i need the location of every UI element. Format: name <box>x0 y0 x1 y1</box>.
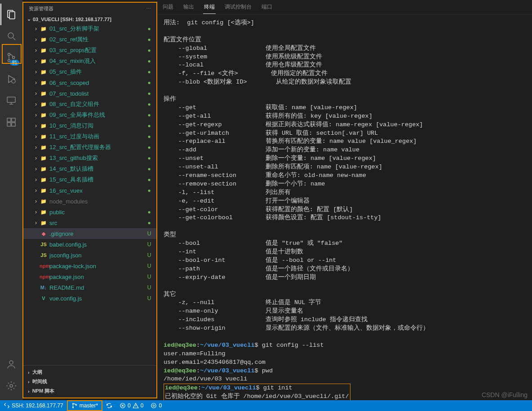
folder-item[interactable]: ›📁13_src_github搜索● <box>23 153 156 164</box>
item-label: src <box>49 220 146 226</box>
status-bar: SSH: 192.168.177.77 master* 0 0 0 <box>0 400 532 411</box>
item-label: 14_src_默认插槽 <box>49 165 146 173</box>
source-control-icon[interactable]: 81 <box>0 47 22 68</box>
item-label: public <box>49 209 146 216</box>
folder-item[interactable]: ›📁08_src_自定义组件● <box>23 99 156 110</box>
tab-debug-console[interactable]: 调试控制台 <box>224 0 253 13</box>
explorer-sidebar: 资源管理器 ⋯ ⌄ 03_VUECLI [SSH: 192.168.177.77… <box>22 2 157 398</box>
file-type-icon: 📁 <box>40 91 48 97</box>
sidebar-header: 资源管理器 ⋯ <box>23 3 156 15</box>
chevron-right-icon: › <box>32 166 40 172</box>
item-label: 11_src_过度与动画 <box>49 133 146 141</box>
folder-item[interactable]: ›📁04_src_mixin混入● <box>23 56 156 66</box>
status-sync[interactable] <box>102 400 116 411</box>
chevron-down-icon: ⌄ <box>27 16 31 22</box>
item-label: 02_src_ref属性 <box>49 35 146 44</box>
svg-point-4 <box>8 53 10 56</box>
folder-item[interactable]: ›📁15_src_具名插槽● <box>23 174 156 185</box>
chevron-right-icon: › <box>32 133 40 140</box>
folder-item[interactable]: ›📁03_src_props配置● <box>23 45 156 56</box>
folder-item[interactable]: ›📁07_src_todolist● <box>23 88 156 99</box>
search-icon[interactable] <box>0 25 22 47</box>
item-label: node_modules <box>49 198 146 205</box>
folder-item[interactable]: ›📁06_src_scoped● <box>23 77 156 88</box>
section-npm[interactable]: ›NPM 脚本 <box>23 386 156 396</box>
file-item[interactable]: M↓README.mdU <box>23 282 156 293</box>
explorer-icon[interactable] <box>0 4 22 25</box>
item-label: jsconfig.json <box>49 252 146 259</box>
folder-item[interactable]: ›📁10_src_消息订阅● <box>23 120 156 131</box>
item-label: 07_src_todolist <box>49 90 146 97</box>
terminal[interactable]: 用法: git config [<选项>] 配置文件位置 --global 使用… <box>157 14 532 400</box>
chevron-right-icon: › <box>32 26 40 32</box>
extensions-icon[interactable] <box>0 111 22 133</box>
remote-explorer-icon[interactable] <box>0 90 22 111</box>
file-type-icon: 📁 <box>40 220 48 226</box>
folder-item[interactable]: ›📁12_src_配置代理服务器● <box>23 142 156 153</box>
chevron-right-icon: › <box>32 123 40 129</box>
settings-gear-icon[interactable] <box>0 375 22 397</box>
svg-point-26 <box>151 403 156 408</box>
chevron-right-icon: › <box>32 155 40 161</box>
tab-ports[interactable]: 端口 <box>261 0 273 13</box>
chevron-right-icon: › <box>32 220 40 226</box>
item-label: 10_src_消息订阅 <box>49 122 146 130</box>
file-item[interactable]: npmpackage.jsonU <box>23 271 156 282</box>
file-tree: ›📁01_src_分析脚手架●›📁02_src_ref属性●›📁03_src_p… <box>23 23 156 365</box>
folder-item[interactable]: ›📁01_src_分析脚手架● <box>23 23 156 34</box>
project-root[interactable]: ⌄ 03_VUECLI [SSH: 192.168.177.77] <box>23 15 156 23</box>
item-label: babel.config.js <box>49 241 146 248</box>
file-item[interactable]: npmpackage-lock.jsonU <box>23 261 156 271</box>
folder-item[interactable]: ›📁14_src_默认插槽● <box>23 164 156 174</box>
chevron-right-icon: › <box>32 177 40 183</box>
folder-item[interactable]: ›📁02_src_ref属性● <box>23 34 156 45</box>
file-item[interactable]: JSbabel.config.jsU <box>23 239 156 250</box>
project-name: 03_VUECLI [SSH: 192.168.177.77] <box>33 17 111 22</box>
svg-point-18 <box>72 403 73 404</box>
file-item[interactable]: Vvue.config.jsU <box>23 293 156 304</box>
chevron-right-icon: › <box>32 80 40 86</box>
item-label: 12_src_配置代理服务器 <box>49 143 146 151</box>
folder-item[interactable]: ›📁src● <box>23 217 156 228</box>
file-type-icon: 📁 <box>40 145 48 150</box>
status-remote[interactable]: SSH: 192.168.177.77 <box>0 400 67 411</box>
file-type-icon: 📁 <box>40 166 48 172</box>
svg-point-6 <box>13 57 15 59</box>
file-item[interactable]: ◆.gitignoreU <box>23 228 156 239</box>
file-type-icon: 📁 <box>40 58 48 64</box>
folder-item[interactable]: ›📁05_src_插件● <box>23 66 156 77</box>
sidebar-more-icon[interactable]: ⋯ <box>146 6 151 12</box>
svg-point-25 <box>153 405 155 407</box>
tab-problems[interactable]: 问题 <box>162 0 174 13</box>
item-label: .gitignore <box>49 230 146 237</box>
section-timeline[interactable]: ›时间线 <box>23 377 156 386</box>
file-type-icon: ◆ <box>40 231 48 237</box>
account-icon[interactable] <box>0 354 22 375</box>
folder-item[interactable]: ›📁public● <box>23 207 156 217</box>
tab-output[interactable]: 输出 <box>182 0 195 13</box>
section-outline[interactable]: ›大纲 <box>23 367 156 377</box>
folder-item[interactable]: ›📁node_modules <box>23 196 156 207</box>
chevron-right-icon: › <box>32 47 40 53</box>
item-label: 08_src_自定义组件 <box>49 100 146 108</box>
svg-point-8 <box>12 80 15 83</box>
folder-item[interactable]: ›📁09_src_全局事件总线● <box>23 110 156 120</box>
status-errors[interactable]: 0 0 <box>116 400 147 411</box>
file-type-icon: 📁 <box>40 155 48 161</box>
file-type-icon: 📁 <box>40 177 48 183</box>
debug-icon[interactable] <box>0 68 22 90</box>
tab-terminal[interactable]: 终端 <box>203 0 216 14</box>
folder-item[interactable]: ›📁11_src_过度与动画● <box>23 131 156 142</box>
item-label: 04_src_mixin混入 <box>49 57 146 65</box>
item-label: 03_src_props配置 <box>49 46 146 54</box>
item-label: 16_src_vuex <box>49 187 146 194</box>
file-item[interactable]: JSjsconfig.jsonU <box>23 250 156 261</box>
item-label: vue.config.js <box>49 295 146 302</box>
folder-item[interactable]: ›📁16_src_vuex● <box>23 185 156 196</box>
activity-bar: 81 <box>0 0 22 400</box>
status-ports[interactable]: 0 <box>147 400 165 411</box>
file-type-icon: M↓ <box>40 285 48 290</box>
status-branch[interactable]: master* <box>67 400 102 411</box>
file-type-icon: 📁 <box>40 26 48 32</box>
svg-point-16 <box>9 361 13 364</box>
